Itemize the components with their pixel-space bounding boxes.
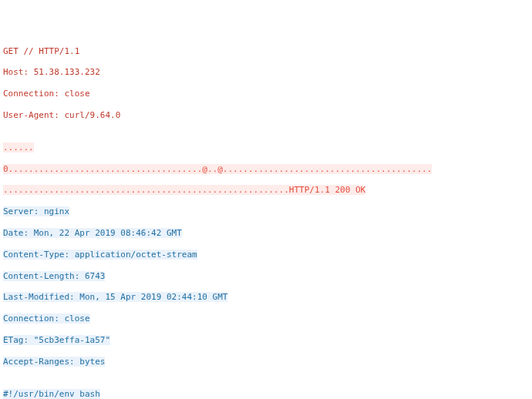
response-header: Last-Modified: Mon, 15 Apr 2019 02:44:10… bbox=[3, 292, 227, 302]
hex-dump-row: 0......................................@… bbox=[3, 164, 432, 174]
response-header: Date: Mon, 22 Apr 2019 08:46:42 GMT bbox=[3, 228, 182, 238]
hex-dump-status: ........................................… bbox=[3, 185, 365, 195]
response-header: Server: nginx bbox=[3, 206, 69, 216]
response-header: Content-Type: application/octet-stream bbox=[3, 250, 197, 260]
response-header: ETag: "5cb3effa-1a57" bbox=[3, 335, 110, 345]
http-request-host: Host: 51.38.133.232 bbox=[3, 67, 100, 77]
script-line: #!/usr/bin/env bash bbox=[3, 389, 100, 399]
http-request-ua: User-Agent: curl/9.64.0 bbox=[3, 110, 120, 120]
response-header: Connection: close bbox=[3, 314, 90, 324]
http-request-conn: Connection: close bbox=[3, 89, 90, 99]
http-request-line: GET // HTTP/1.1 bbox=[3, 46, 79, 56]
response-header: Accept-Ranges: bytes bbox=[3, 357, 105, 367]
response-header: Content-Length: 6743 bbox=[3, 271, 105, 281]
hex-dump-row: ...... bbox=[3, 142, 34, 153]
